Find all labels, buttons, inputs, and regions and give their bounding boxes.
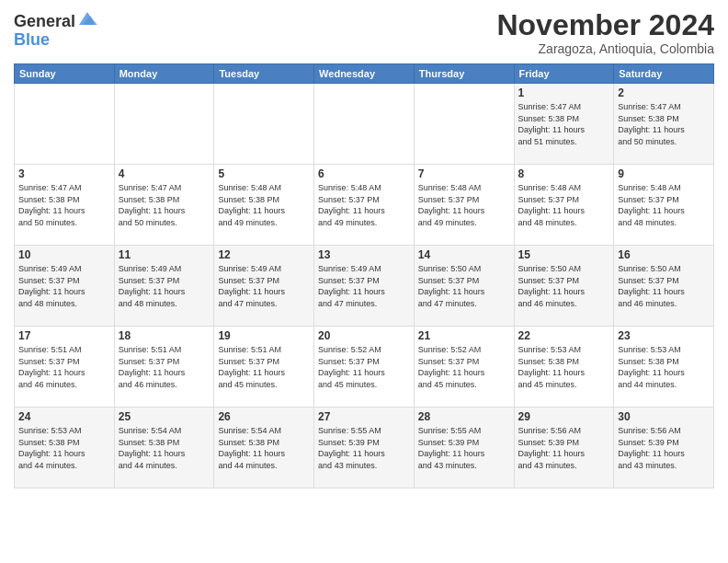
calendar-cell: 28Sunrise: 5:55 AM Sunset: 5:39 PM Dayli… xyxy=(414,408,514,488)
header: General Blue November 2024 Zaragoza, Ant… xyxy=(14,9,714,56)
day-info: Sunrise: 5:55 AM Sunset: 5:39 PM Dayligh… xyxy=(418,425,510,471)
day-info: Sunrise: 5:50 AM Sunset: 5:37 PM Dayligh… xyxy=(618,263,710,309)
day-info: Sunrise: 5:48 AM Sunset: 5:37 PM Dayligh… xyxy=(418,182,510,228)
day-info: Sunrise: 5:54 AM Sunset: 5:38 PM Dayligh… xyxy=(218,425,310,471)
location: Zaragoza, Antioquia, Colombia xyxy=(496,41,714,56)
header-thursday: Thursday xyxy=(414,64,514,84)
calendar-cell: 20Sunrise: 5:52 AM Sunset: 5:37 PM Dayli… xyxy=(314,327,415,408)
day-number: 10 xyxy=(18,248,110,261)
logo-text-line2: Blue xyxy=(14,31,97,50)
calendar-cell: 22Sunrise: 5:53 AM Sunset: 5:38 PM Dayli… xyxy=(514,327,614,408)
day-number: 30 xyxy=(618,410,710,423)
calendar-cell: 12Sunrise: 5:49 AM Sunset: 5:37 PM Dayli… xyxy=(214,246,314,327)
calendar-table: Sunday Monday Tuesday Wednesday Thursday… xyxy=(14,63,714,488)
day-info: Sunrise: 5:48 AM Sunset: 5:37 PM Dayligh… xyxy=(518,182,610,228)
header-wednesday: Wednesday xyxy=(314,64,415,84)
calendar-cell xyxy=(414,84,514,165)
calendar-cell: 8Sunrise: 5:48 AM Sunset: 5:37 PM Daylig… xyxy=(514,165,614,246)
calendar-cell xyxy=(15,84,115,165)
calendar-cell: 13Sunrise: 5:49 AM Sunset: 5:37 PM Dayli… xyxy=(314,246,415,327)
calendar-cell: 10Sunrise: 5:49 AM Sunset: 5:37 PM Dayli… xyxy=(15,246,115,327)
calendar-cell: 30Sunrise: 5:56 AM Sunset: 5:39 PM Dayli… xyxy=(614,408,714,488)
day-info: Sunrise: 5:48 AM Sunset: 5:37 PM Dayligh… xyxy=(318,182,410,228)
calendar-cell: 23Sunrise: 5:53 AM Sunset: 5:38 PM Dayli… xyxy=(614,327,714,408)
day-info: Sunrise: 5:54 AM Sunset: 5:38 PM Dayligh… xyxy=(119,425,210,471)
day-number: 13 xyxy=(318,248,410,261)
logo-text-line1: General xyxy=(14,13,75,31)
day-number: 14 xyxy=(418,248,510,261)
day-number: 4 xyxy=(119,167,210,180)
day-info: Sunrise: 5:53 AM Sunset: 5:38 PM Dayligh… xyxy=(18,425,110,471)
day-number: 22 xyxy=(518,329,610,342)
day-info: Sunrise: 5:51 AM Sunset: 5:37 PM Dayligh… xyxy=(18,344,110,390)
day-number: 28 xyxy=(418,410,510,423)
header-saturday: Saturday xyxy=(614,64,714,84)
calendar-cell: 16Sunrise: 5:50 AM Sunset: 5:37 PM Dayli… xyxy=(614,246,714,327)
calendar-cell: 26Sunrise: 5:54 AM Sunset: 5:38 PM Dayli… xyxy=(214,408,314,488)
day-info: Sunrise: 5:53 AM Sunset: 5:38 PM Dayligh… xyxy=(518,344,610,390)
day-info: Sunrise: 5:55 AM Sunset: 5:39 PM Dayligh… xyxy=(318,425,410,471)
calendar-week-2: 3Sunrise: 5:47 AM Sunset: 5:38 PM Daylig… xyxy=(15,165,714,246)
day-info: Sunrise: 5:49 AM Sunset: 5:37 PM Dayligh… xyxy=(119,263,210,309)
day-number: 27 xyxy=(318,410,410,423)
day-info: Sunrise: 5:51 AM Sunset: 5:37 PM Dayligh… xyxy=(218,344,310,390)
calendar-cell: 27Sunrise: 5:55 AM Sunset: 5:39 PM Dayli… xyxy=(314,408,415,488)
day-number: 29 xyxy=(518,410,610,423)
day-number: 2 xyxy=(618,86,710,99)
day-info: Sunrise: 5:47 AM Sunset: 5:38 PM Dayligh… xyxy=(618,101,710,147)
day-number: 16 xyxy=(618,248,710,261)
calendar-cell xyxy=(114,84,214,165)
day-number: 25 xyxy=(119,410,210,423)
day-number: 6 xyxy=(318,167,410,180)
day-info: Sunrise: 5:51 AM Sunset: 5:37 PM Dayligh… xyxy=(119,344,210,390)
header-tuesday: Tuesday xyxy=(214,64,314,84)
calendar-week-4: 17Sunrise: 5:51 AM Sunset: 5:37 PM Dayli… xyxy=(15,327,714,408)
day-number: 3 xyxy=(18,167,110,180)
day-info: Sunrise: 5:53 AM Sunset: 5:38 PM Dayligh… xyxy=(618,344,710,390)
weekday-header-row: Sunday Monday Tuesday Wednesday Thursday… xyxy=(15,64,714,84)
calendar-cell: 18Sunrise: 5:51 AM Sunset: 5:37 PM Dayli… xyxy=(114,327,214,408)
day-info: Sunrise: 5:48 AM Sunset: 5:38 PM Dayligh… xyxy=(218,182,310,228)
calendar-cell: 21Sunrise: 5:52 AM Sunset: 5:37 PM Dayli… xyxy=(414,327,514,408)
calendar-cell: 14Sunrise: 5:50 AM Sunset: 5:37 PM Dayli… xyxy=(414,246,514,327)
day-number: 20 xyxy=(318,329,410,342)
day-info: Sunrise: 5:50 AM Sunset: 5:37 PM Dayligh… xyxy=(418,263,510,309)
day-info: Sunrise: 5:49 AM Sunset: 5:37 PM Dayligh… xyxy=(318,263,410,309)
day-info: Sunrise: 5:56 AM Sunset: 5:39 PM Dayligh… xyxy=(518,425,610,471)
day-number: 24 xyxy=(18,410,110,423)
day-info: Sunrise: 5:50 AM Sunset: 5:37 PM Dayligh… xyxy=(518,263,610,309)
calendar-cell: 7Sunrise: 5:48 AM Sunset: 5:37 PM Daylig… xyxy=(414,165,514,246)
header-friday: Friday xyxy=(514,64,614,84)
calendar-cell: 3Sunrise: 5:47 AM Sunset: 5:38 PM Daylig… xyxy=(15,165,115,246)
day-number: 18 xyxy=(119,329,210,342)
calendar-cell: 5Sunrise: 5:48 AM Sunset: 5:38 PM Daylig… xyxy=(214,165,314,246)
day-info: Sunrise: 5:56 AM Sunset: 5:39 PM Dayligh… xyxy=(618,425,710,471)
calendar-week-3: 10Sunrise: 5:49 AM Sunset: 5:37 PM Dayli… xyxy=(15,246,714,327)
day-number: 26 xyxy=(218,410,310,423)
day-number: 21 xyxy=(418,329,510,342)
day-info: Sunrise: 5:49 AM Sunset: 5:37 PM Dayligh… xyxy=(218,263,310,309)
calendar-cell xyxy=(214,84,314,165)
day-info: Sunrise: 5:48 AM Sunset: 5:37 PM Dayligh… xyxy=(618,182,710,228)
calendar-week-1: 1Sunrise: 5:47 AM Sunset: 5:38 PM Daylig… xyxy=(15,84,714,165)
header-sunday: Sunday xyxy=(15,64,115,84)
header-monday: Monday xyxy=(114,64,214,84)
day-info: Sunrise: 5:47 AM Sunset: 5:38 PM Dayligh… xyxy=(18,182,110,228)
day-number: 17 xyxy=(18,329,110,342)
calendar-cell: 2Sunrise: 5:47 AM Sunset: 5:38 PM Daylig… xyxy=(614,84,714,165)
day-info: Sunrise: 5:47 AM Sunset: 5:38 PM Dayligh… xyxy=(518,101,610,147)
title-block: November 2024 Zaragoza, Antioquia, Colom… xyxy=(496,9,714,56)
calendar-cell: 4Sunrise: 5:47 AM Sunset: 5:38 PM Daylig… xyxy=(114,165,214,246)
day-info: Sunrise: 5:49 AM Sunset: 5:37 PM Dayligh… xyxy=(18,263,110,309)
calendar-cell: 17Sunrise: 5:51 AM Sunset: 5:37 PM Dayli… xyxy=(15,327,115,408)
day-number: 9 xyxy=(618,167,710,180)
calendar-cell: 1Sunrise: 5:47 AM Sunset: 5:38 PM Daylig… xyxy=(514,84,614,165)
calendar-cell: 11Sunrise: 5:49 AM Sunset: 5:37 PM Dayli… xyxy=(114,246,214,327)
month-title: November 2024 xyxy=(496,9,714,41)
page: General Blue November 2024 Zaragoza, Ant… xyxy=(0,0,728,563)
day-number: 8 xyxy=(518,167,610,180)
logo-icon xyxy=(77,8,97,29)
calendar-cell: 25Sunrise: 5:54 AM Sunset: 5:38 PM Dayli… xyxy=(114,408,214,488)
day-info: Sunrise: 5:47 AM Sunset: 5:38 PM Dayligh… xyxy=(119,182,210,228)
calendar-cell: 29Sunrise: 5:56 AM Sunset: 5:39 PM Dayli… xyxy=(514,408,614,488)
